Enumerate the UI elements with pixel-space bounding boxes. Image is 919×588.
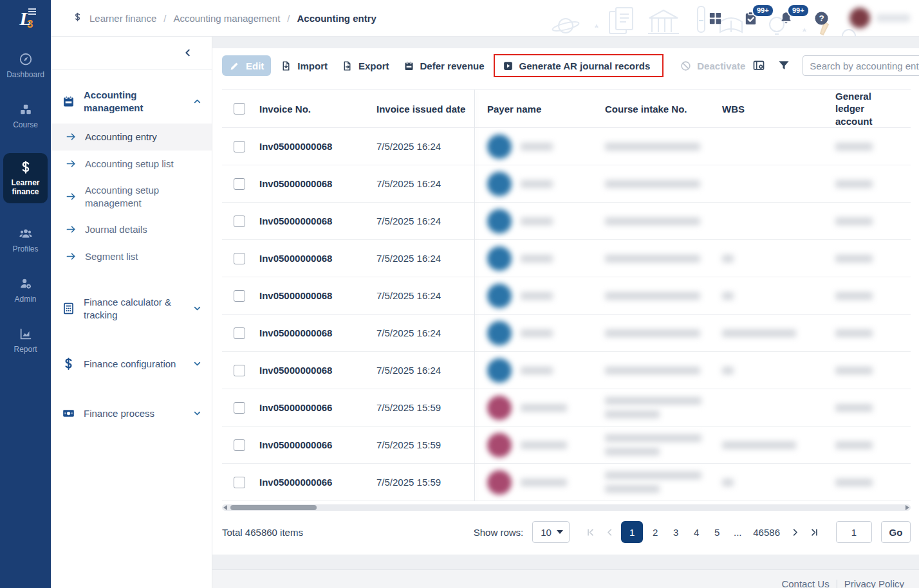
apps-grid-icon[interactable]: [708, 11, 723, 26]
previous-page-icon[interactable]: [602, 521, 617, 543]
gl-account-redacted: [835, 479, 873, 486]
invoice-issued-date-cell: 7/5/2025 16:24: [376, 365, 474, 376]
table-row[interactable]: Inv050000000687/5/2025 16:24: [222, 165, 911, 203]
search-input[interactable]: [803, 55, 919, 76]
course-intake-cell: [605, 367, 722, 374]
table-row[interactable]: Inv050000000687/5/2025 16:24: [222, 352, 911, 389]
select-all-checkbox[interactable]: [234, 103, 245, 115]
menu-group-accounting-management[interactable]: Accounting management: [51, 79, 212, 124]
column-header-payer-name: Payer name: [474, 104, 605, 115]
payer-name-redacted: [521, 292, 553, 300]
scroll-right-icon[interactable]: [905, 505, 909, 510]
row-checkbox[interactable]: [234, 327, 245, 339]
page-button-4[interactable]: 4: [688, 521, 705, 543]
first-page-icon[interactable]: [582, 521, 598, 543]
row-checkbox[interactable]: [234, 290, 245, 302]
payer-avatar: [487, 209, 512, 234]
menu-item-segment-list[interactable]: Segment list: [51, 243, 212, 270]
menu-group-finance-calculator-tracking[interactable]: Finance calculator & tracking: [51, 286, 212, 331]
play-square-icon: [503, 60, 514, 71]
table-row[interactable]: Inv050000000687/5/2025 16:24: [222, 315, 911, 352]
pagination-controls: Show rows: 10 12345...46586 Go: [474, 521, 911, 543]
payer-avatar: [487, 284, 512, 308]
help-icon[interactable]: ?: [814, 11, 829, 26]
payer-name-redacted: [521, 329, 553, 337]
notifications-bell-icon[interactable]: 99+: [779, 11, 794, 26]
general-ledger-account-cell: [835, 180, 907, 188]
breadcrumb-accounting-management[interactable]: Accounting management: [173, 13, 280, 24]
menu-item-accounting-setup-management[interactable]: Accounting setup management: [51, 177, 212, 216]
generate-ar-journal-records-button[interactable]: Generate AR journal records: [496, 55, 658, 76]
row-checkbox[interactable]: [234, 141, 245, 152]
import-button[interactable]: Import: [274, 55, 335, 76]
column-header-invoice-no: Invoice No.: [259, 104, 376, 115]
gl-account-redacted: [835, 441, 873, 449]
horizontal-scrollbar[interactable]: [222, 504, 911, 511]
logo-digit: 3: [27, 18, 33, 31]
menu-item-accounting-setup-list[interactable]: Accounting setup list: [51, 151, 212, 178]
sidebar-item-report[interactable]: Report: [0, 327, 51, 354]
go-button[interactable]: Go: [881, 521, 911, 543]
sidebar-item-course[interactable]: Course: [0, 102, 51, 129]
invoice-issued-date-cell: 7/5/2025 15:59: [376, 439, 474, 450]
table-row[interactable]: Inv050000000687/5/2025 16:24: [222, 240, 911, 277]
redacted-line: [605, 448, 660, 455]
column-header-general-ledger-account: General ledger account: [835, 90, 907, 128]
scrollbar-thumb[interactable]: [230, 505, 317, 510]
menu-group-finance-configuration[interactable]: Finance configuration: [51, 347, 212, 380]
invoice-no: Inv05000000066: [259, 477, 332, 488]
menu-group-finance-process[interactable]: Finance process: [51, 397, 212, 430]
collapse-sidebar-icon[interactable]: [183, 48, 192, 57]
page-button-3[interactable]: 3: [667, 521, 684, 543]
table-row[interactable]: Inv050000000687/5/2025 16:24: [222, 277, 911, 315]
sidebar-item-profiles[interactable]: Profiles: [0, 226, 51, 253]
breadcrumb-learner-finance[interactable]: Learner finance: [89, 13, 156, 24]
table-row[interactable]: Inv050000000687/5/2025 16:24: [222, 203, 911, 240]
table-row[interactable]: Inv050000000667/5/2025 15:59: [222, 464, 911, 501]
table-row[interactable]: Inv050000000687/5/2025 16:24: [222, 128, 911, 165]
row-checkbox[interactable]: [234, 216, 245, 227]
defer-revenue-button[interactable]: Defer revenue: [396, 55, 492, 76]
table-row[interactable]: Inv050000000667/5/2025 15:59: [222, 389, 911, 427]
scroll-left-icon[interactable]: [223, 505, 227, 510]
row-checkbox[interactable]: [234, 253, 245, 264]
menu-item-journal-details[interactable]: Journal details: [51, 216, 212, 243]
page-button-46586[interactable]: 46586: [750, 521, 783, 543]
deactivate-button[interactable]: Deactivate: [673, 55, 752, 76]
last-page-icon[interactable]: [806, 521, 822, 543]
payer-avatar: [487, 246, 512, 271]
redacted-line: [605, 434, 701, 442]
edit-button[interactable]: Edit: [222, 55, 271, 76]
table-row[interactable]: Inv050000000667/5/2025 15:59: [222, 427, 911, 464]
menu-item-accounting-entry[interactable]: Accounting entry: [51, 124, 212, 151]
sidebar-item-admin[interactable]: Admin: [0, 277, 51, 304]
column-settings-icon[interactable]: [752, 59, 765, 72]
export-button[interactable]: Export: [335, 55, 396, 76]
page-button-2[interactable]: 2: [647, 521, 664, 543]
column-header-label: Invoice issued date: [376, 104, 465, 115]
logo-tagline-lines: [28, 8, 36, 15]
tasks-icon[interactable]: 99+: [743, 11, 758, 26]
next-page-icon[interactable]: [787, 521, 803, 543]
gl-account-redacted: [835, 255, 873, 262]
invoice-issued-date-cell: 7/5/2025 16:24: [376, 290, 474, 301]
row-checkbox[interactable]: [234, 477, 245, 488]
goto-page-input[interactable]: [836, 521, 872, 543]
invoice-no-cell: Inv05000000068: [259, 327, 376, 338]
privacy-policy-link[interactable]: Privacy Policy: [837, 578, 911, 588]
row-checkbox[interactable]: [234, 178, 245, 190]
invoice-no-cell: Inv05000000068: [259, 365, 376, 376]
row-checkbox[interactable]: [234, 402, 245, 414]
page-button-1[interactable]: 1: [621, 521, 643, 543]
sidebar-item-dashboard[interactable]: Dashboard: [0, 52, 51, 79]
filter-icon[interactable]: [777, 59, 790, 72]
toolbar: EditImportExportDefer revenueGenerate AR…: [222, 54, 911, 77]
page-button-5[interactable]: 5: [709, 521, 725, 543]
sidebar-item-learner-finance[interactable]: Learner finance: [3, 153, 48, 203]
user-menu[interactable]: [849, 8, 910, 28]
contact-us-link[interactable]: Contact Us: [774, 578, 836, 588]
row-checkbox[interactable]: [234, 365, 245, 376]
row-checkbox[interactable]: [234, 439, 245, 451]
redacted-line: [605, 397, 701, 405]
rows-per-page-select[interactable]: 10: [532, 521, 570, 543]
